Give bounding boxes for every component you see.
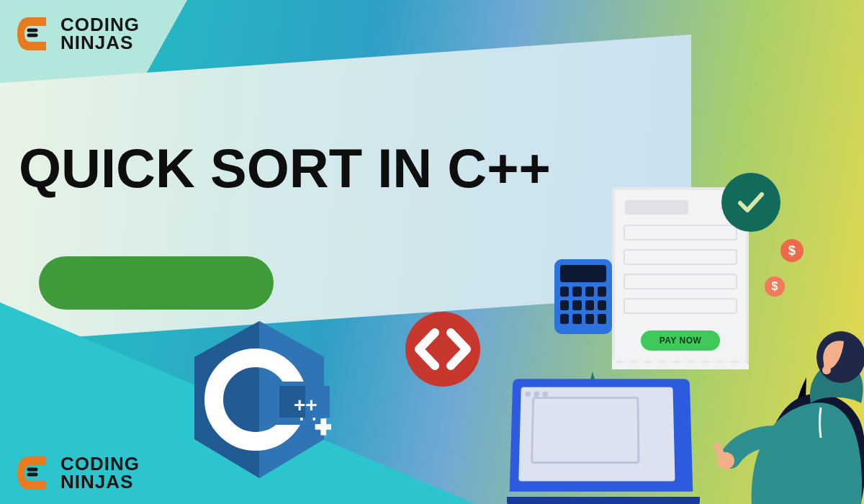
person-illustration <box>680 269 864 504</box>
brand-line2: NINJAS <box>60 34 140 52</box>
cpp-logo-icon: ++ ++ <box>187 317 331 482</box>
brand-mark-icon <box>14 13 53 55</box>
svg-text:++: ++ <box>294 394 318 416</box>
brand-text: CODING NINJAS <box>60 16 140 51</box>
coin-icon: $ <box>780 239 804 262</box>
brand-mark-icon <box>14 452 53 494</box>
calculator-icon <box>554 259 612 334</box>
brand-text: CODING NINJAS <box>60 455 140 490</box>
coin-symbol: $ <box>788 243 796 258</box>
svg-point-11 <box>822 366 831 374</box>
brand-line2: NINJAS <box>60 473 140 491</box>
illustration-cluster: PAY NOW $ $ <box>475 158 864 504</box>
brand-logo-top: CODING NINJAS <box>14 13 140 55</box>
laptop-icon <box>511 377 706 504</box>
page-title: QUICK SORT IN C++ <box>19 137 551 199</box>
brand-logo-bottom: CODING NINJAS <box>14 452 140 494</box>
code-badge-icon <box>403 310 482 389</box>
banner-canvas: CODING NINJAS QUICK SORT IN C++ ++ ++ <box>0 0 864 504</box>
accent-pill <box>39 256 274 310</box>
checkmark-badge-icon <box>721 173 780 232</box>
